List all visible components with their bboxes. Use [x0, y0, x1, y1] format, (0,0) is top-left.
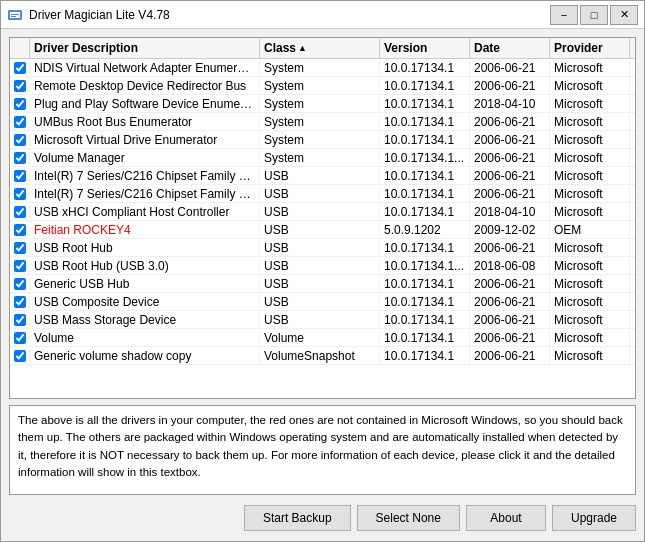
- row-checkbox-cell: [10, 332, 30, 344]
- col-header-desc[interactable]: Driver Description: [30, 38, 260, 58]
- row-provider: Microsoft: [550, 114, 630, 130]
- table-row[interactable]: Plug and Play Software Device Enumerator…: [10, 95, 635, 113]
- row-desc: Remote Desktop Device Redirector Bus: [30, 78, 260, 94]
- select-none-button[interactable]: Select None: [357, 505, 460, 531]
- row-checkbox[interactable]: [14, 206, 26, 218]
- row-checkbox[interactable]: [14, 116, 26, 128]
- table-row[interactable]: USB Root Hub (USB 3.0)USB10.0.17134.1...…: [10, 257, 635, 275]
- table-row[interactable]: UMBus Root Bus EnumeratorSystem10.0.1713…: [10, 113, 635, 131]
- table-row[interactable]: VolumeVolume10.0.17134.12006-06-21Micros…: [10, 329, 635, 347]
- upgrade-button[interactable]: Upgrade: [552, 505, 636, 531]
- row-checkbox-cell: [10, 170, 30, 182]
- row-class: System: [260, 150, 380, 166]
- row-provider: Microsoft: [550, 276, 630, 292]
- table-row[interactable]: USB Composite DeviceUSB10.0.17134.12006-…: [10, 293, 635, 311]
- row-desc: Volume: [30, 330, 260, 346]
- row-class: System: [260, 114, 380, 130]
- row-checkbox[interactable]: [14, 278, 26, 290]
- table-row[interactable]: Generic volume shadow copyVolumeSnapshot…: [10, 347, 635, 365]
- table-row[interactable]: Intel(R) 7 Series/C216 Chipset Family US…: [10, 167, 635, 185]
- row-version: 10.0.17134.1: [380, 60, 470, 76]
- app-icon: [7, 7, 23, 23]
- row-class: VolumeSnapshot: [260, 348, 380, 364]
- row-date: 2006-06-21: [470, 240, 550, 256]
- row-checkbox[interactable]: [14, 134, 26, 146]
- close-button[interactable]: ✕: [610, 5, 638, 25]
- row-checkbox[interactable]: [14, 224, 26, 236]
- row-provider: Microsoft: [550, 96, 630, 112]
- col-header-provider[interactable]: Provider: [550, 38, 630, 58]
- row-date: 2018-04-10: [470, 204, 550, 220]
- row-class: USB: [260, 312, 380, 328]
- row-desc: Intel(R) 7 Series/C216 Chipset Family US…: [30, 186, 260, 202]
- row-provider: Microsoft: [550, 150, 630, 166]
- row-class: USB: [260, 276, 380, 292]
- row-provider: Microsoft: [550, 168, 630, 184]
- row-date: 2006-06-21: [470, 330, 550, 346]
- row-version: 10.0.17134.1: [380, 312, 470, 328]
- sort-arrow-class: ▲: [298, 43, 307, 53]
- row-date: 2018-04-10: [470, 96, 550, 112]
- table-row[interactable]: Microsoft Virtual Drive EnumeratorSystem…: [10, 131, 635, 149]
- row-checkbox-cell: [10, 278, 30, 290]
- row-desc: NDIS Virtual Network Adapter Enumerator: [30, 60, 260, 76]
- row-checkbox-cell: [10, 152, 30, 164]
- row-version: 10.0.17134.1: [380, 114, 470, 130]
- row-checkbox[interactable]: [14, 332, 26, 344]
- row-version: 10.0.17134.1: [380, 348, 470, 364]
- col-header-checkbox: [10, 38, 30, 58]
- row-desc: Microsoft Virtual Drive Enumerator: [30, 132, 260, 148]
- row-checkbox-cell: [10, 134, 30, 146]
- row-checkbox[interactable]: [14, 62, 26, 74]
- table-row[interactable]: NDIS Virtual Network Adapter EnumeratorS…: [10, 59, 635, 77]
- maximize-button[interactable]: □: [580, 5, 608, 25]
- col-header-class[interactable]: Class ▲: [260, 38, 380, 58]
- start-backup-button[interactable]: Start Backup: [244, 505, 351, 531]
- table-row[interactable]: USB Root HubUSB10.0.17134.12006-06-21Mic…: [10, 239, 635, 257]
- row-date: 2006-06-21: [470, 150, 550, 166]
- row-version: 10.0.17134.1: [380, 132, 470, 148]
- row-checkbox[interactable]: [14, 314, 26, 326]
- row-provider: Microsoft: [550, 132, 630, 148]
- about-button[interactable]: About: [466, 505, 546, 531]
- col-header-date[interactable]: Date: [470, 38, 550, 58]
- row-date: 2006-06-21: [470, 78, 550, 94]
- row-checkbox[interactable]: [14, 260, 26, 272]
- minimize-button[interactable]: −: [550, 5, 578, 25]
- window-title: Driver Magician Lite V4.78: [29, 8, 170, 22]
- row-provider: OEM: [550, 222, 630, 238]
- table-header: Driver Description Class ▲ Version Date …: [10, 38, 635, 59]
- row-checkbox[interactable]: [14, 80, 26, 92]
- row-provider: Microsoft: [550, 294, 630, 310]
- row-checkbox[interactable]: [14, 188, 26, 200]
- table-row[interactable]: Feitian ROCKEY4USB5.0.9.12022009-12-02OE…: [10, 221, 635, 239]
- row-checkbox[interactable]: [14, 242, 26, 254]
- row-checkbox[interactable]: [14, 98, 26, 110]
- row-desc: UMBus Root Bus Enumerator: [30, 114, 260, 130]
- table-row[interactable]: Remote Desktop Device Redirector BusSyst…: [10, 77, 635, 95]
- table-row[interactable]: USB xHCI Compliant Host ControllerUSB10.…: [10, 203, 635, 221]
- row-checkbox[interactable]: [14, 350, 26, 362]
- col-header-version[interactable]: Version: [380, 38, 470, 58]
- table-body[interactable]: NDIS Virtual Network Adapter EnumeratorS…: [10, 59, 635, 398]
- row-checkbox[interactable]: [14, 296, 26, 308]
- table-row[interactable]: Volume ManagerSystem10.0.17134.1...2006-…: [10, 149, 635, 167]
- row-date: 2006-06-21: [470, 132, 550, 148]
- row-date: 2006-06-21: [470, 312, 550, 328]
- row-version: 10.0.17134.1: [380, 240, 470, 256]
- table-row[interactable]: USB Mass Storage DeviceUSB10.0.17134.120…: [10, 311, 635, 329]
- table-row[interactable]: Generic USB HubUSB10.0.17134.12006-06-21…: [10, 275, 635, 293]
- row-checkbox[interactable]: [14, 170, 26, 182]
- row-checkbox-cell: [10, 224, 30, 236]
- row-provider: Microsoft: [550, 186, 630, 202]
- row-class: USB: [260, 222, 380, 238]
- row-date: 2006-06-21: [470, 186, 550, 202]
- row-provider: Microsoft: [550, 330, 630, 346]
- info-box: The above is all the drivers in your com…: [9, 405, 636, 495]
- row-provider: Microsoft: [550, 258, 630, 274]
- table-row[interactable]: Intel(R) 7 Series/C216 Chipset Family US…: [10, 185, 635, 203]
- row-date: 2006-06-21: [470, 276, 550, 292]
- row-checkbox[interactable]: [14, 152, 26, 164]
- row-date: 2006-06-21: [470, 294, 550, 310]
- row-checkbox-cell: [10, 80, 30, 92]
